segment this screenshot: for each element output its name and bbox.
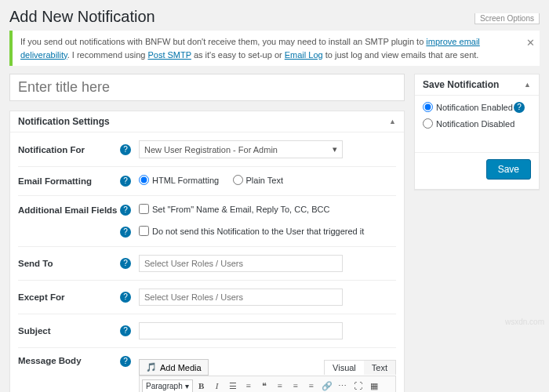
italic-button[interactable]: I <box>210 379 224 392</box>
additional-fields-label: Additional Email Fields <box>18 205 120 215</box>
align-right-button[interactable]: ≡ <box>304 379 318 392</box>
divider <box>18 166 396 167</box>
help-icon[interactable]: ? <box>120 258 131 269</box>
disabled-label: Notification Disabled <box>436 119 514 129</box>
more-button[interactable]: ⋯ <box>336 379 350 392</box>
quote-button[interactable]: ❝ <box>257 379 271 392</box>
editor-tabs: Visual Text <box>324 360 396 375</box>
help-icon[interactable]: ? <box>514 102 525 113</box>
send-to-label: Send To <box>18 259 120 268</box>
html-formatting-option[interactable]: HTML Formatting <box>139 175 219 185</box>
email-formatting-label: Email Formatting <box>18 176 120 186</box>
email-log-link[interactable]: Email Log <box>285 50 323 60</box>
save-heading: Save Notification <box>423 79 499 90</box>
watermark: wsxdn.com <box>505 318 544 326</box>
add-media-button[interactable]: 🎵Add Media <box>139 359 209 376</box>
align-left-button[interactable]: ≡ <box>273 379 287 392</box>
subject-label: Subject <box>18 326 120 336</box>
except-for-input[interactable] <box>139 289 343 306</box>
page-title: Add New Notification <box>9 8 155 26</box>
save-notification-box: Save Notification ▲ ? Notification Enabl… <box>414 74 540 190</box>
notification-for-select[interactable]: New User Registration - For Admin ▾ <box>139 140 343 158</box>
select-value: New User Registration - For Admin <box>144 145 278 154</box>
notice-text: as it's easy to set-up or <box>191 50 285 60</box>
number-list-button[interactable]: ≡ <box>242 379 256 392</box>
title-input[interactable] <box>9 74 405 101</box>
divider <box>18 280 396 281</box>
text-tab[interactable]: Text <box>364 361 395 375</box>
set-from-option[interactable]: Set "From" Name & Email, Reply To, CC, B… <box>139 204 329 214</box>
editor-toolbar: Paragraph▾ B I ☰ ≡ ❝ ≡ ≡ ≡ 🔗 ⋯ <box>139 376 396 392</box>
notice-text: If you send out notifications with BNFW … <box>20 37 426 46</box>
dismiss-notice-icon[interactable]: ✕ <box>526 35 535 51</box>
bold-button[interactable]: B <box>195 379 209 392</box>
set-from-checkbox[interactable] <box>139 204 149 214</box>
toolbar-toggle-button[interactable]: ▦ <box>367 379 381 392</box>
help-icon[interactable]: ? <box>120 227 131 238</box>
link-button[interactable]: 🔗 <box>320 379 334 392</box>
save-button[interactable]: Save <box>486 159 531 180</box>
screen-options-button[interactable]: Screen Options <box>474 13 540 24</box>
align-center-button[interactable]: ≡ <box>289 379 303 392</box>
smtp-notice: If you send out notifications with BNFW … <box>9 31 540 66</box>
plain-text-option[interactable]: Plain Text <box>233 175 284 185</box>
chevron-down-icon: ▾ <box>333 144 337 154</box>
help-icon[interactable]: ? <box>120 356 131 367</box>
help-icon[interactable]: ? <box>120 205 131 216</box>
divider <box>18 314 396 314</box>
collapse-icon[interactable]: ▲ <box>389 118 396 125</box>
help-icon[interactable]: ? <box>120 325 131 336</box>
plain-text-radio[interactable] <box>233 175 243 185</box>
chevron-down-icon: ▾ <box>185 382 189 390</box>
suppress-self-option[interactable]: Do not send this Notification to the Use… <box>139 226 364 236</box>
help-icon[interactable]: ? <box>120 176 131 187</box>
paragraph-select[interactable]: Paragraph▾ <box>142 379 193 393</box>
divider <box>18 195 396 196</box>
notification-settings-box: Notification Settings ▲ Notification For… <box>9 111 405 392</box>
suppress-self-checkbox[interactable] <box>139 226 149 236</box>
fullscreen-button[interactable]: ⛶ <box>351 379 365 392</box>
notice-text: . I recommend using <box>67 50 148 60</box>
notification-for-label: Notification For <box>18 145 120 154</box>
divider <box>18 347 396 348</box>
bullet-list-button[interactable]: ☰ <box>226 379 240 392</box>
message-body-label: Message Body <box>18 356 120 365</box>
help-icon[interactable]: ? <box>120 292 131 303</box>
enabled-radio[interactable] <box>423 102 433 112</box>
enabled-label: Notification Enabled <box>436 103 513 112</box>
settings-heading: Notification Settings <box>18 116 110 127</box>
subject-input[interactable] <box>139 322 343 339</box>
media-icon: 🎵 <box>146 362 157 372</box>
collapse-icon[interactable]: ▲ <box>524 81 531 89</box>
html-formatting-radio[interactable] <box>139 175 149 185</box>
send-to-input[interactable] <box>139 255 343 272</box>
notice-text: to just log and view emails that are sen… <box>323 50 479 60</box>
help-icon[interactable]: ? <box>120 144 131 155</box>
post-smtp-link[interactable]: Post SMTP <box>147 50 191 60</box>
except-for-label: Except For <box>18 292 120 302</box>
disabled-radio[interactable] <box>423 118 433 129</box>
divider <box>18 246 396 247</box>
visual-tab[interactable]: Visual <box>325 361 364 375</box>
